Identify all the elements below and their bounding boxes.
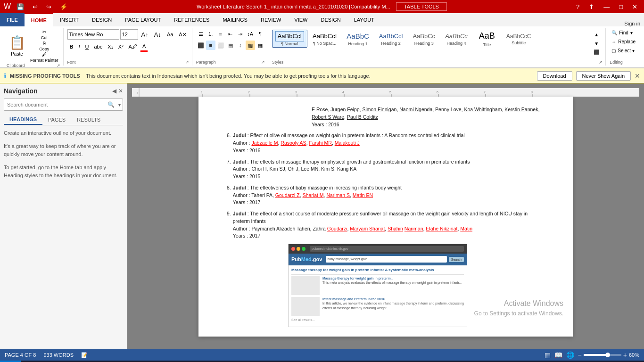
quick-access-undo[interactable]: ↩ bbox=[30, 2, 41, 11]
styles-scroll-down[interactable]: ▼ bbox=[591, 39, 602, 48]
zoom-thumb[interactable] bbox=[605, 353, 610, 357]
search-input[interactable] bbox=[4, 101, 106, 108]
shading-button[interactable]: ▧ bbox=[246, 41, 255, 50]
copy-button[interactable]: ⎘ Copy bbox=[28, 41, 60, 51]
bullets-button[interactable]: ☰ bbox=[196, 29, 206, 39]
quick-access-save[interactable]: 💾 bbox=[14, 2, 27, 11]
tab-mailings[interactable]: MAILINGS bbox=[216, 13, 254, 26]
style-normal[interactable]: AaBbCcI ¶ Normal bbox=[272, 30, 307, 48]
align-center-button[interactable]: ≡ bbox=[206, 41, 215, 50]
tab-insert[interactable]: INSERT bbox=[53, 13, 85, 26]
select-button[interactable]: ▢ Select ▾ bbox=[610, 47, 636, 54]
embedded-screenshot-row: pubmed.ncbi.nlm.nih.gov PubMed.gov baby … bbox=[227, 244, 545, 327]
format-painter-button[interactable]: 🖌 Format Painter bbox=[28, 52, 60, 62]
increase-indent-button[interactable]: ⇥ bbox=[236, 29, 245, 39]
line-spacing-button[interactable]: ↕ bbox=[236, 41, 245, 50]
zoom-plus-button[interactable]: + bbox=[623, 351, 627, 359]
cut-button[interactable]: ✂ Cut bbox=[28, 29, 60, 40]
pubmed-search-button[interactable]: Search bbox=[449, 257, 464, 262]
superscript-button[interactable]: X² bbox=[116, 41, 126, 52]
strikethrough-button[interactable]: abc bbox=[92, 41, 105, 52]
style-title[interactable]: AaB Title bbox=[473, 29, 501, 48]
subscript-button[interactable]: X₂ bbox=[105, 41, 115, 52]
style-no-space[interactable]: AaBbCcI ¶ No Spac... bbox=[308, 31, 341, 47]
nav-tab-pages[interactable]: PAGES bbox=[42, 115, 71, 125]
search-dropdown-button[interactable]: ▾ bbox=[116, 101, 123, 108]
replace-button[interactable]: ↔ Replace bbox=[610, 38, 637, 45]
nav-tab-headings[interactable]: HEADINGS bbox=[4, 115, 42, 125]
nav-body-line3: To get started, go to the Home tab and a… bbox=[4, 164, 123, 180]
change-case-button[interactable]: Aa bbox=[165, 29, 175, 40]
font-shrink-button[interactable]: A↓ bbox=[152, 29, 164, 40]
quick-access-redo[interactable]: ↪ bbox=[43, 2, 54, 11]
styles-expand-icon[interactable]: ↗ bbox=[599, 60, 603, 65]
info-close-button[interactable]: ✕ bbox=[635, 72, 640, 80]
maximize-button[interactable]: □ bbox=[616, 2, 626, 11]
align-left-button[interactable]: ⬛ bbox=[196, 41, 206, 50]
numbering-button[interactable]: 1. bbox=[206, 29, 215, 39]
style-subtitle[interactable]: AaBbCcC Subtitle bbox=[502, 31, 536, 46]
justify-button[interactable]: ▤ bbox=[226, 41, 235, 50]
styles-expand[interactable]: ⬛ bbox=[591, 48, 602, 57]
paragraph-expand-icon[interactable]: ↗ bbox=[261, 60, 265, 65]
decrease-indent-button[interactable]: ⇤ bbox=[226, 29, 235, 39]
tab-references[interactable]: REFERENCES bbox=[167, 13, 216, 26]
view-web-btn[interactable]: 🌐 bbox=[566, 351, 574, 359]
download-button[interactable]: Download bbox=[537, 71, 572, 81]
paste-button[interactable]: 📋 Paste bbox=[7, 33, 27, 59]
font-color-button[interactable]: A bbox=[140, 41, 148, 52]
help-button[interactable]: ? bbox=[573, 2, 582, 11]
nav-close-button[interactable]: ✕ bbox=[118, 88, 123, 94]
ref-8-author1: Goudarzi Z bbox=[275, 192, 300, 198]
style-heading1[interactable]: AaBbC Heading 1 bbox=[342, 30, 374, 47]
never-show-button[interactable]: Never Show Again bbox=[576, 71, 631, 81]
multilevel-list-button[interactable]: ≡ bbox=[216, 29, 225, 39]
clear-format-button[interactable]: A✕ bbox=[176, 29, 189, 40]
view-normal-btn[interactable]: ▦ bbox=[545, 351, 551, 359]
font-size-input[interactable] bbox=[120, 29, 138, 40]
tab-design2[interactable]: DESIGN bbox=[314, 13, 347, 26]
ref-item-8: 8. Judul : The effectiveness of baby mas… bbox=[227, 184, 545, 206]
bold-button[interactable]: B bbox=[67, 41, 76, 52]
ribbon-toggle[interactable]: ⬆ bbox=[586, 2, 597, 11]
show-formatting-button[interactable]: ¶ bbox=[256, 29, 265, 39]
text-highlight-button[interactable]: A🖍 bbox=[126, 41, 140, 52]
prev-entry: E Rose, Jurgen Feipp, Simon Finnigan, Na… bbox=[227, 106, 545, 128]
find-button[interactable]: 🔍 Find ▾ bbox=[610, 29, 634, 36]
styles-scroll-up[interactable]: ▲ bbox=[591, 30, 602, 39]
font-grow-button[interactable]: A↑ bbox=[139, 29, 151, 40]
border-button[interactable]: ▦ bbox=[256, 41, 265, 50]
title-bar-left: W 💾 ↩ ↪ ⚡ bbox=[4, 2, 70, 11]
style-heading2[interactable]: AaBbCcl Heading 2 bbox=[374, 31, 408, 47]
underline-button[interactable]: U bbox=[83, 41, 91, 52]
align-right-button[interactable]: ⬜ bbox=[216, 41, 225, 50]
tab-file[interactable]: FILE bbox=[0, 13, 25, 26]
tab-layout[interactable]: LAYOUT bbox=[347, 13, 381, 26]
tab-home[interactable]: HOME bbox=[25, 13, 53, 26]
tab-view[interactable]: VIEW bbox=[288, 13, 314, 26]
search-go-button[interactable]: 🔍 bbox=[106, 100, 116, 109]
style-heading4[interactable]: AaBbCc Heading 4 bbox=[440, 31, 472, 47]
ref-9-row: 9. Judul : The effect of a short course … bbox=[227, 210, 545, 240]
tab-design[interactable]: DESIGN bbox=[85, 13, 118, 26]
font-face-input[interactable] bbox=[67, 29, 119, 40]
sign-in[interactable]: Sign in bbox=[624, 21, 640, 26]
pubmed-result-link2: Infant massage and Preterm in the NICU bbox=[322, 297, 385, 301]
font-expand-icon[interactable]: ↗ bbox=[185, 60, 189, 65]
view-reading-btn[interactable]: 📖 bbox=[554, 351, 562, 359]
nav-tab-results[interactable]: RESULTS bbox=[71, 115, 106, 125]
document-area[interactable]: L 1 2 3 4 5 6 7 8 bbox=[127, 83, 644, 349]
zoom-minus-button[interactable]: − bbox=[578, 351, 582, 359]
close-button[interactable]: ✕ bbox=[629, 2, 640, 11]
clipboard-expand-icon[interactable]: ↗ bbox=[57, 63, 60, 68]
minimize-button[interactable]: — bbox=[601, 2, 612, 11]
italic-button[interactable]: I bbox=[76, 41, 82, 52]
tab-review[interactable]: REVIEW bbox=[254, 13, 288, 26]
quick-access-auto[interactable]: ⚡ bbox=[57, 2, 70, 11]
sort-button[interactable]: ↕A bbox=[246, 29, 255, 39]
style-heading3[interactable]: AaBbCc Heading 3 bbox=[408, 31, 440, 47]
font-formatting-row: B I U abc X₂ X² A🖍 A bbox=[67, 41, 149, 52]
spell-check-icon[interactable]: 📝 bbox=[81, 352, 88, 358]
nav-collapse-button[interactable]: ◀ bbox=[112, 88, 116, 94]
tab-page-layout[interactable]: PAGE LAYOUT bbox=[118, 13, 167, 26]
